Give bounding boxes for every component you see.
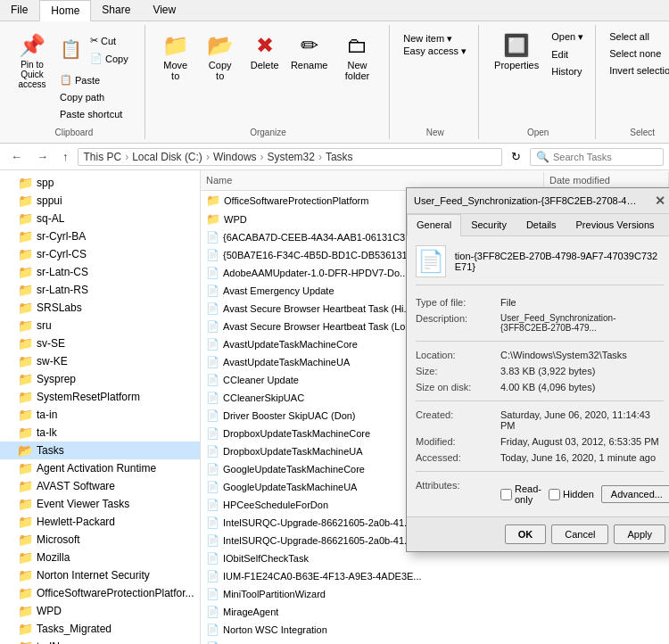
- sidebar-item-16[interactable]: 📁Agent Activation Runtime: [0, 459, 200, 477]
- sidebar-item-4[interactable]: 📁sr-Cyrl-CS: [0, 245, 200, 263]
- path-segment-system32[interactable]: System32: [268, 151, 315, 163]
- path-segment-localdisk[interactable]: Local Disk (C:): [132, 151, 202, 163]
- sidebar-item-3[interactable]: 📁sr-Cyrl-BA: [0, 227, 200, 245]
- back-button[interactable]: ←: [5, 147, 28, 166]
- file-icon: 📄: [206, 320, 219, 333]
- sidebar-item-8[interactable]: 📁sru: [0, 317, 200, 334]
- readonly-checkbox-label[interactable]: Read-only: [500, 483, 541, 505]
- file-icon: 📄: [206, 285, 219, 297]
- copy-text-button[interactable]: 📄 Copy: [86, 50, 133, 67]
- path-segment-tasks[interactable]: Tasks: [326, 151, 353, 163]
- sidebar-item-1[interactable]: 📁sppui: [0, 192, 200, 210]
- address-path[interactable]: This PC › Local Disk (C:) › Windows › Sy…: [78, 148, 503, 166]
- open-button[interactable]: Open ▾: [547, 29, 588, 45]
- paste-button[interactable]: 📋 Paste: [55, 71, 137, 88]
- apply-button[interactable]: Apply: [614, 524, 665, 544]
- copy-button[interactable]: 📋 ✂ Cut 📄 Copy: [55, 29, 137, 70]
- cancel-button[interactable]: Cancel: [551, 524, 608, 544]
- dialog-tab-general[interactable]: General: [407, 214, 461, 236]
- refresh-button[interactable]: ↻: [506, 147, 526, 166]
- sidebar-item-25[interactable]: 📁Tasks_Migrated: [0, 620, 200, 638]
- hidden-checkbox[interactable]: [549, 489, 560, 500]
- history-button[interactable]: History: [547, 63, 588, 79]
- dialog-tab-details[interactable]: Details: [516, 214, 566, 235]
- sidebar-item-0[interactable]: 📁spp: [0, 174, 200, 192]
- dialog-tab-prev-versions[interactable]: Previous Versions: [566, 214, 665, 235]
- file-icon: 📄: [206, 231, 219, 244]
- sizedisk-value: 4.00 KB (4,096 bytes): [500, 382, 664, 392]
- sidebar-item-6[interactable]: 📁sr-Latn-RS: [0, 281, 200, 299]
- advanced-button[interactable]: Advanced...: [601, 485, 669, 503]
- sidebar-item-15[interactable]: 📂Tasks: [0, 442, 200, 459]
- file-icon: 📄: [206, 249, 219, 261]
- folder-icon: 📁: [18, 176, 33, 190]
- edit-button[interactable]: Edit: [547, 46, 588, 62]
- select-none-button[interactable]: Select none: [605, 45, 669, 62]
- folder-icon: 📁: [18, 390, 33, 404]
- copy-path-button[interactable]: Copy path: [55, 89, 137, 105]
- sidebar-item-14[interactable]: 📁ta-lk: [0, 424, 200, 442]
- path-segment-windows[interactable]: Windows: [213, 151, 257, 163]
- table-row[interactable]: 📄IObitSelfCheckTask: [201, 549, 669, 567]
- tab-home[interactable]: Home: [39, 0, 91, 21]
- invert-selection-button[interactable]: Invert selection: [605, 62, 669, 78]
- sidebar-item-19[interactable]: 📁Hewlett-Packard: [0, 513, 200, 531]
- select-all-button[interactable]: Select all: [605, 29, 669, 45]
- properties-button[interactable]: 🔲 Properties: [488, 29, 545, 75]
- sidebar-item-22[interactable]: 📁Norton Internet Security: [0, 566, 200, 584]
- rename-button[interactable]: ✏ Rename: [288, 29, 331, 75]
- tab-file[interactable]: File: [0, 0, 39, 21]
- tab-share[interactable]: Share: [91, 0, 142, 21]
- sidebar-item-18[interactable]: 📁Event Viewer Tasks: [0, 495, 200, 513]
- new-item-button[interactable]: New item ▾ Easy access ▾: [399, 29, 471, 62]
- table-row[interactable]: 📄Norton WSC Integration: [201, 621, 669, 639]
- sidebar-item-20[interactable]: 📁Microsoft: [0, 531, 200, 549]
- sidebar-item-21[interactable]: 📁Mozilla: [0, 549, 200, 566]
- table-row[interactable]: 📄IUM-F1E24CA0-B63E-4F13-A9E3-4ADE3E...: [201, 567, 669, 585]
- sidebar-item-12[interactable]: 📁SystemResetPlatform: [0, 388, 200, 406]
- delete-button[interactable]: ✖ Delete: [244, 29, 286, 75]
- sidebar-item-9[interactable]: 📁sv-SE: [0, 334, 200, 352]
- sidebar-item-5[interactable]: 📁sr-Latn-CS: [0, 263, 200, 281]
- pin-quickaccess-button[interactable]: 📌 Pin to Quick access: [11, 29, 54, 94]
- sidebar-item-23[interactable]: 📁OfficeSoftwareProtectionPlatfor...: [0, 584, 200, 602]
- sidebar-item-17[interactable]: 📁AVAST Software: [0, 477, 200, 495]
- sidebar-item-11[interactable]: 📁Sysprep: [0, 370, 200, 388]
- path-segment-thispc[interactable]: This PC: [84, 151, 122, 163]
- paste-shortcut-button[interactable]: Paste shortcut: [55, 106, 137, 122]
- column-name[interactable]: Name: [201, 172, 544, 188]
- sidebar-item-2[interactable]: 📁sq-AL: [0, 210, 200, 227]
- forward-button[interactable]: →: [31, 147, 54, 166]
- sidebar-item-24[interactable]: 📁WPD: [0, 602, 200, 620]
- ok-button[interactable]: OK: [505, 524, 547, 544]
- sidebar-item-13[interactable]: 📁ta-in: [0, 406, 200, 424]
- sidebar-item-10[interactable]: 📁sw-KE: [0, 352, 200, 370]
- column-date[interactable]: Date modified: [544, 172, 669, 188]
- cut-button[interactable]: ✂ Cut: [86, 32, 133, 49]
- dialog-tab-security[interactable]: Security: [461, 214, 516, 235]
- sidebar: 📁spp📁sppui📁sq-AL📁sr-Cyrl-BA📁sr-Cyrl-CS📁s…: [0, 170, 201, 644]
- new-folder-button[interactable]: 🗀 New folder: [333, 29, 383, 86]
- dialog-close-button[interactable]: ✕: [655, 194, 665, 208]
- move-to-button[interactable]: 📁 Move to: [154, 29, 197, 86]
- hidden-checkbox-label[interactable]: Hidden: [549, 489, 594, 500]
- dialog-attrs-row: Attributes: Read-only Hidden Advanced...: [416, 477, 664, 508]
- table-row[interactable]: 📄MiniToolPartitionWizard: [201, 585, 669, 603]
- sidebar-item-label: OfficeSoftwareProtectionPlatfor...: [37, 587, 194, 599]
- copy-to-button[interactable]: 📂 Copy to: [199, 29, 242, 86]
- file-icon: 📄: [206, 516, 219, 529]
- tab-view[interactable]: View: [142, 0, 187, 21]
- table-row[interactable]: 📄MirageAgent: [201, 603, 669, 621]
- sidebar-item-label: Event Viewer Tasks: [37, 498, 129, 510]
- table-row[interactable]: 📄OneDrive Standalone Update Task-S-1-5-.…: [201, 639, 669, 644]
- sidebar-item-label: Hewlett-Packard: [37, 516, 115, 528]
- sidebar-item-7[interactable]: 📁SRSLabs: [0, 299, 200, 317]
- readonly-checkbox[interactable]: [500, 489, 512, 500]
- file-icon: 📄: [206, 427, 219, 440]
- search-input[interactable]: [553, 152, 657, 162]
- sidebar-item-26[interactable]: 📁te-IN: [0, 638, 200, 644]
- file-icon: 📄: [206, 356, 219, 368]
- folder-icon: 📁: [18, 568, 33, 582]
- up-button[interactable]: ↑: [57, 147, 74, 166]
- folder-icon: 📁: [18, 247, 33, 261]
